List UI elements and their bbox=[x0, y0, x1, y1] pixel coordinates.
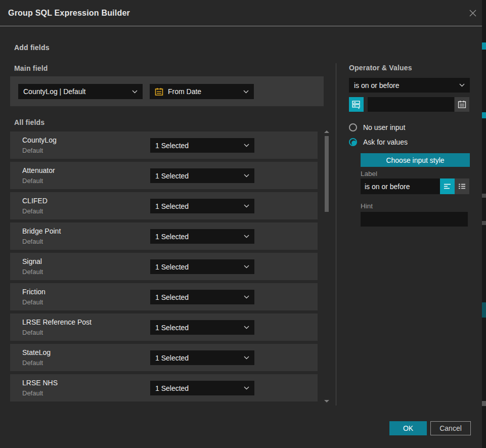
field-selection-dropdown[interactable]: 1 Selected bbox=[150, 138, 254, 153]
chevron-down-icon bbox=[243, 90, 249, 94]
field-subtitle: Default bbox=[22, 238, 43, 245]
stacked-values-icon bbox=[351, 100, 361, 109]
chevron-down-icon bbox=[244, 265, 249, 268]
background-fragment bbox=[482, 221, 486, 225]
field-subtitle: Default bbox=[22, 268, 43, 276]
background-app-edge bbox=[482, 0, 486, 448]
main-field-date-value: From Date bbox=[168, 87, 240, 96]
scrollbar-down-arrow[interactable] bbox=[324, 400, 329, 402]
all-fields-list: CountyLog Default 1 Selected Attenuator … bbox=[10, 131, 318, 405]
chevron-down-icon bbox=[244, 356, 249, 360]
field-selection-dropdown[interactable]: 1 Selected bbox=[150, 259, 254, 274]
main-field-source-value: CountyLog | Default bbox=[23, 87, 129, 96]
field-row[interactable]: CountyLog Default 1 Selected bbox=[10, 131, 318, 159]
background-fragment bbox=[482, 194, 486, 198]
main-field-date-select[interactable]: From Date bbox=[150, 84, 254, 99]
chevron-down-icon bbox=[459, 83, 465, 87]
scrollbar-up-arrow[interactable] bbox=[324, 130, 329, 133]
radio-no-user-input[interactable]: No user input bbox=[349, 123, 405, 131]
list-style-button[interactable] bbox=[455, 178, 469, 194]
field-selection-dropdown[interactable]: 1 Selected bbox=[150, 320, 254, 335]
field-name: CountyLog bbox=[22, 136, 57, 144]
ok-button[interactable]: OK bbox=[389, 421, 427, 435]
all-fields-heading: All fields bbox=[14, 118, 45, 126]
chevron-down-icon bbox=[244, 174, 249, 177]
close-button[interactable] bbox=[467, 8, 478, 19]
single-line-style-button[interactable] bbox=[440, 178, 455, 194]
hint-input[interactable] bbox=[361, 212, 468, 227]
scrollbar-thumb[interactable] bbox=[325, 136, 329, 212]
radio-label: No user input bbox=[363, 123, 405, 131]
background-fragment bbox=[482, 302, 486, 318]
field-subtitle: Default bbox=[22, 359, 43, 367]
operator-value: is on or before bbox=[354, 81, 456, 89]
field-selection-dropdown[interactable]: 1 Selected bbox=[150, 290, 254, 304]
background-fragment bbox=[482, 401, 486, 406]
list-icon bbox=[458, 183, 466, 190]
field-row[interactable]: CLIFED Default 1 Selected bbox=[10, 192, 318, 219]
label-input[interactable] bbox=[361, 178, 440, 194]
align-left-icon bbox=[443, 183, 452, 190]
field-name: Attenuator bbox=[22, 166, 55, 174]
field-selection-dropdown[interactable]: 1 Selected bbox=[150, 199, 254, 213]
field-selection-value: 1 Selected bbox=[155, 324, 241, 332]
field-row[interactable]: StateLog Default 1 Selected bbox=[10, 344, 318, 371]
unique-values-button[interactable] bbox=[349, 97, 364, 112]
chevron-down-icon bbox=[244, 235, 249, 238]
hint-caption: Hint bbox=[361, 202, 373, 210]
operator-select[interactable]: is on or before bbox=[349, 78, 470, 93]
field-name: LRSE NHS bbox=[22, 379, 58, 387]
field-selection-value: 1 Selected bbox=[155, 233, 241, 241]
main-field-source-select[interactable]: CountyLog | Default bbox=[18, 84, 143, 99]
radio-circle-icon bbox=[349, 123, 357, 131]
radio-selected-icon bbox=[349, 138, 357, 146]
choose-input-style-button[interactable]: Choose input style bbox=[361, 153, 470, 167]
field-row[interactable]: LRSE NHS Default 1 Selected bbox=[10, 374, 318, 401]
field-row[interactable]: LRSE Reference Post Default 1 Selected bbox=[10, 313, 318, 341]
field-selection-dropdown[interactable]: 1 Selected bbox=[150, 350, 254, 365]
field-subtitle: Default bbox=[22, 147, 43, 154]
operator-values-heading: Operator & Values bbox=[349, 64, 412, 72]
date-picker-button[interactable] bbox=[455, 97, 469, 112]
field-subtitle: Default bbox=[22, 207, 43, 215]
label-caption: Label bbox=[361, 170, 377, 177]
dialog-titlebar: Group SQL Expression Builder bbox=[0, 0, 482, 26]
date-value-input[interactable] bbox=[368, 97, 454, 112]
radio-label: Ask for values bbox=[363, 138, 408, 146]
field-name: StateLog bbox=[22, 348, 51, 356]
radio-ask-for-values[interactable]: Ask for values bbox=[349, 138, 408, 146]
field-selection-value: 1 Selected bbox=[155, 293, 241, 301]
field-selection-value: 1 Selected bbox=[155, 354, 241, 362]
field-selection-dropdown[interactable]: 1 Selected bbox=[150, 381, 254, 395]
chevron-down-icon bbox=[132, 90, 138, 94]
chevron-down-icon bbox=[244, 326, 249, 329]
field-selection-dropdown[interactable]: 1 Selected bbox=[150, 229, 254, 244]
calendar-icon bbox=[155, 87, 163, 96]
chevron-down-icon bbox=[244, 204, 249, 208]
chevron-down-icon bbox=[244, 295, 249, 299]
calendar-icon bbox=[458, 100, 466, 109]
background-fragment bbox=[482, 42, 486, 50]
field-name: Signal bbox=[22, 257, 42, 265]
field-subtitle: Default bbox=[22, 177, 43, 185]
field-selection-value: 1 Selected bbox=[155, 172, 241, 180]
field-name: Friction bbox=[22, 288, 46, 296]
field-selection-value: 1 Selected bbox=[155, 263, 241, 271]
field-name: LRSE Reference Post bbox=[22, 318, 92, 326]
field-selection-dropdown[interactable]: 1 Selected bbox=[150, 168, 254, 183]
add-fields-heading: Add fields bbox=[14, 43, 50, 52]
background-fragment bbox=[482, 112, 486, 118]
field-row[interactable]: Friction Default 1 Selected bbox=[10, 283, 318, 310]
cancel-button[interactable]: Cancel bbox=[430, 421, 471, 435]
field-selection-value: 1 Selected bbox=[155, 142, 241, 150]
field-name: Bridge Point bbox=[22, 227, 61, 235]
field-row[interactable]: Signal Default 1 Selected bbox=[10, 253, 318, 280]
close-icon bbox=[468, 9, 477, 18]
field-selection-value: 1 Selected bbox=[155, 202, 241, 210]
field-row[interactable]: Bridge Point Default 1 Selected bbox=[10, 222, 318, 250]
field-row[interactable]: Attenuator Default 1 Selected bbox=[10, 162, 318, 189]
panel-divider bbox=[336, 63, 336, 406]
field-subtitle: Default bbox=[22, 298, 43, 306]
group-sql-expression-builder-dialog: Group SQL Expression Builder Add fields … bbox=[0, 0, 482, 448]
main-field-heading: Main field bbox=[14, 64, 48, 72]
